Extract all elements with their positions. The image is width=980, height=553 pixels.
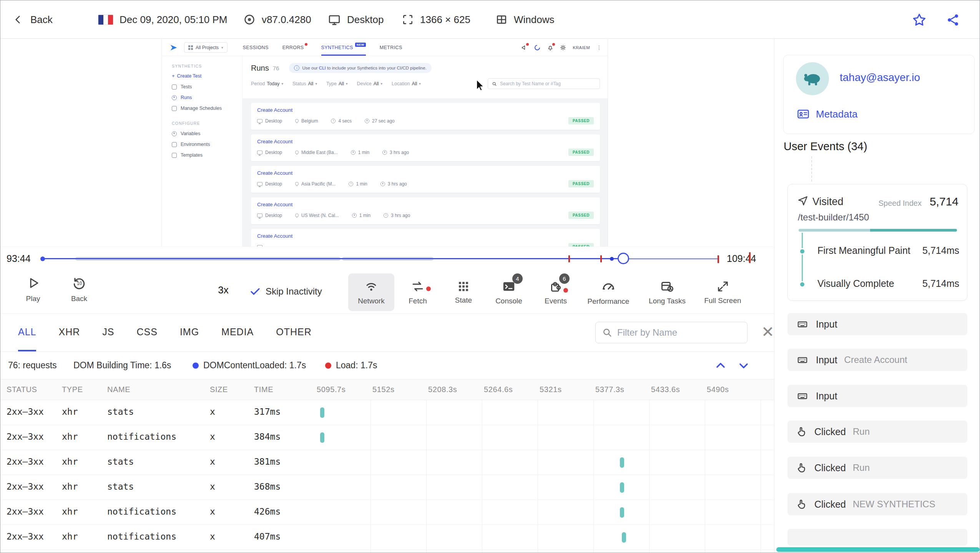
time-tick-label: 5095.7s [317, 385, 345, 394]
kebab-menu-icon: ⋮ [596, 45, 602, 51]
share-button[interactable] [944, 11, 962, 29]
error-marker[interactable] [749, 252, 751, 263]
filter-by-name-field [595, 322, 747, 343]
timeline-start-dot [40, 257, 45, 261]
filter-location: LocationAll▾ [392, 81, 421, 86]
input-event-card[interactable]: Input Create Account [787, 349, 967, 371]
tab-media[interactable]: MEDIA [221, 314, 254, 351]
playhead-handle[interactable] [618, 253, 629, 264]
duration-clock-icon [351, 150, 355, 155]
location-pin-icon [294, 213, 299, 218]
top-bar: Back Dec 09, 2020, 05:10 PM v87.0.4280 D… [0, 0, 980, 39]
visited-event-card[interactable]: Visited Speed Index 5,714 /test-builder/… [787, 184, 967, 301]
search-icon [602, 327, 613, 338]
tab-js[interactable]: JS [102, 314, 114, 351]
network-panel-button[interactable]: Network [348, 273, 394, 311]
full-screen-button[interactable]: Full Screen [697, 273, 749, 311]
table-row[interactable]: 2xx–3xxxhrnotificationsx384ms [0, 425, 774, 450]
run-card: Create Account Desktop Belgium 4 secs 27… [251, 103, 600, 130]
browser-version: v87.0.4280 [262, 14, 311, 26]
timeline-progress[interactable] [43, 258, 624, 259]
filter-by-name-input[interactable] [617, 327, 733, 338]
event-marker-dot[interactable] [610, 257, 614, 261]
fetch-icon [411, 280, 425, 293]
metric-name: First Meaningful Paint [817, 245, 910, 256]
jump-prev-button[interactable] [714, 359, 728, 373]
performance-panel-button[interactable]: Performance [581, 273, 635, 311]
error-marker[interactable] [718, 255, 719, 263]
playback-timeline: 93:44 109:44 [0, 247, 774, 270]
sidebar-item-manage-schedules: Manage Schedules [172, 106, 242, 111]
tab-other[interactable]: OTHER [276, 314, 312, 351]
play-button[interactable]: Play [16, 275, 50, 303]
runs-filters: PeriodToday▾ StatusAll▾ TypeAll▾ DeviceA… [243, 75, 608, 89]
status-badge: PASSED [568, 180, 594, 187]
chevron-left-icon [12, 13, 24, 26]
input-event-card[interactable]: Input [787, 313, 967, 335]
run-card-partial: Create Account PASSED [251, 229, 600, 247]
monitor-icon [257, 182, 262, 186]
tab-img[interactable]: IMG [180, 314, 199, 351]
table-row[interactable]: 2xx–3xxxhrnotificationsx407ms [0, 525, 774, 550]
long-tasks-panel-button[interactable]: Long Tasks [638, 273, 696, 311]
project-selector: All Projects ▾ [184, 42, 228, 53]
run-card: Create Account Desktop Asia Pacific (M..… [251, 166, 600, 193]
section-label-configure: CONFIGURE [172, 121, 242, 126]
os-group: Windows [495, 0, 554, 39]
events-panel-button[interactable]: 6 Events [533, 273, 579, 311]
favorite-button[interactable] [910, 11, 928, 29]
clicked-event-card[interactable]: Clicked Run [787, 457, 967, 479]
table-row[interactable]: 2xx–3xxxhrstatsx317ms [0, 400, 774, 425]
table-row[interactable]: 2xx–3xxxhrstatsx368ms [0, 475, 774, 500]
col-size: SIZE [210, 385, 228, 394]
time-tick-label: 5264.6s [484, 385, 513, 394]
keyboard-icon [796, 391, 809, 401]
replay-app-main: Runs 76 i Use our CLI to include your Sy… [243, 56, 608, 247]
dom-content-loaded: DOMContentLoaded: 1.7s [193, 360, 306, 371]
error-marker[interactable] [600, 255, 602, 262]
calendar-icon [172, 106, 177, 111]
time-ago-clock-icon [384, 213, 388, 218]
clicked-event-card[interactable]: Clicked NEW SYNTHETICS [787, 493, 967, 515]
skip-inactivity-toggle[interactable]: Skip Inactivity [249, 286, 322, 297]
sidebar-scroll-indicator[interactable] [776, 547, 980, 552]
fetch-panel-button[interactable]: Fetch [395, 273, 441, 311]
metadata-link[interactable]: Metadata [797, 108, 857, 121]
back-label: Back [30, 14, 53, 26]
timeline-remaining[interactable] [624, 258, 719, 259]
clicked-event-card[interactable]: Clicked Run [787, 421, 967, 443]
network-summary-bar: 76: requests DOM Building Time: 1.6s DOM… [0, 352, 774, 379]
close-panel-button[interactable]: ✕ [761, 324, 774, 339]
table-row[interactable]: 2xx–3xxxhrnotificationsx426ms [0, 500, 774, 525]
speed-index-value: 5,714 [930, 195, 958, 208]
rewind-10-icon: 10 [72, 275, 86, 291]
tab-all[interactable]: ALL [18, 314, 36, 351]
os-label: Windows [514, 14, 554, 26]
time-tick-label: 5208.3s [428, 385, 457, 394]
playback-speed-button[interactable]: 3x [208, 284, 239, 296]
visited-label: Visited [812, 196, 844, 208]
error-marker[interactable] [568, 255, 570, 262]
check-icon [249, 286, 261, 297]
state-panel-button[interactable]: State [440, 273, 487, 311]
event-card-partial [787, 529, 967, 546]
console-count-badge: 4 [512, 273, 523, 284]
paint-progress-bar-dark [870, 229, 957, 232]
run-card: Create Account Desktop US West (N. Cal..… [251, 197, 600, 224]
time-tick-label: 5377.3s [595, 385, 624, 394]
asayer-logo-icon [169, 43, 178, 52]
back-10s-button[interactable]: 10 Back [62, 275, 96, 303]
play-icon [26, 275, 40, 291]
input-event-card[interactable]: Input [787, 385, 967, 407]
table-row[interactable]: 2xx–3xxxhrstatsx381ms [0, 450, 774, 475]
tab-css[interactable]: CSS [136, 314, 157, 351]
browser-icon [243, 13, 256, 26]
request-timing-bar [320, 432, 324, 443]
back-button[interactable]: Back [12, 0, 53, 39]
tab-xhr[interactable]: XHR [58, 314, 80, 351]
new-badge: NEW [355, 43, 366, 47]
id-card-icon [797, 108, 810, 121]
time-ago-clock-icon [382, 150, 387, 155]
console-panel-button[interactable]: 4 Console [486, 273, 532, 311]
jump-next-button[interactable] [737, 359, 751, 373]
